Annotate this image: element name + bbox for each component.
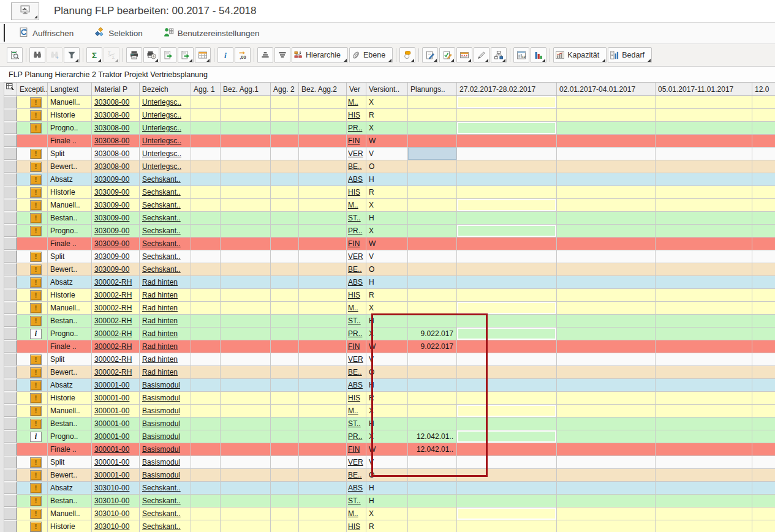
auffrischen-button[interactable]: Auffrischen: [16, 24, 76, 42]
period-4-cell[interactable]: [752, 263, 775, 276]
bezeichnung-link[interactable]: Unterlegsc..: [142, 111, 181, 119]
row-selector[interactable]: [4, 263, 17, 276]
dropdown-corner-icon[interactable]: [115, 59, 118, 62]
period-1-cell[interactable]: [457, 263, 557, 276]
period-2-cell[interactable]: [557, 109, 656, 122]
planungs-cell[interactable]: [408, 212, 457, 225]
filter-button[interactable]: [64, 47, 80, 63]
planungs-cell[interactable]: [408, 263, 457, 276]
period-3-cell[interactable]: [656, 443, 752, 456]
decimal-places-button[interactable]: ,00: [235, 47, 251, 63]
material-link[interactable]: 303009-00: [94, 175, 129, 184]
exception-warning-icon[interactable]: !: [30, 470, 42, 481]
version-link[interactable]: PR..: [348, 432, 362, 441]
period-4-cell[interactable]: [752, 225, 775, 238]
dropdown-corner-icon[interactable]: [155, 59, 158, 62]
column-header-agg2[interactable]: Agg. 2: [271, 82, 299, 96]
period-2-cell[interactable]: [557, 328, 656, 340]
period-4-cell[interactable]: [752, 135, 775, 148]
version-link[interactable]: PR..: [348, 227, 362, 235]
period-1-cell[interactable]: [457, 353, 557, 366]
column-header-bezeich[interactable]: Bezeich: [140, 82, 191, 96]
period-4-cell[interactable]: [752, 160, 775, 173]
bezeichnung-link[interactable]: Sechskant..: [142, 239, 181, 248]
highlight-button[interactable]: [399, 47, 415, 63]
exception-warning-icon[interactable]: !: [30, 367, 42, 378]
material-link[interactable]: 300002-RH: [94, 291, 132, 299]
period-2-cell[interactable]: [557, 96, 656, 109]
row-selector[interactable]: [4, 328, 17, 340]
period-1-cell[interactable]: [457, 250, 557, 263]
period-1-cell[interactable]: [457, 379, 557, 392]
edit-button[interactable]: [422, 47, 438, 63]
row-selector[interactable]: [4, 469, 17, 482]
version-link[interactable]: ABS: [348, 484, 363, 492]
pencil-edit-button[interactable]: [474, 47, 490, 63]
bezeichnung-link[interactable]: Rad hinten: [142, 291, 178, 299]
exception-warning-icon[interactable]: !: [30, 110, 42, 121]
period-4-cell[interactable]: [752, 443, 775, 456]
column-header-bezagg2[interactable]: Bez. Agg.2: [299, 82, 347, 96]
row-selector[interactable]: [4, 353, 17, 366]
period-4-cell[interactable]: [752, 186, 775, 199]
version-link[interactable]: BE..: [348, 471, 362, 479]
bezeichnung-link[interactable]: Sechskant..: [142, 188, 181, 197]
exception-warning-icon[interactable]: !: [30, 226, 42, 236]
chart-display-button[interactable]: [531, 47, 546, 63]
period-2-cell[interactable]: [557, 456, 656, 469]
period-2-cell[interactable]: [557, 199, 656, 212]
dropdown-corner-icon[interactable]: [434, 59, 437, 62]
exception-warning-icon[interactable]: !: [30, 354, 42, 365]
version-link[interactable]: ABS: [348, 278, 363, 287]
column-header-bezagg1[interactable]: Bez. Agg.1: [221, 82, 271, 96]
exception-warning-icon[interactable]: !: [30, 200, 42, 211]
period-4-cell[interactable]: [752, 96, 775, 109]
material-link[interactable]: 300001-00: [94, 394, 129, 402]
period-2-cell[interactable]: [557, 135, 656, 148]
planungs-cell[interactable]: [408, 418, 457, 430]
column-header-langtext[interactable]: Langtext: [48, 82, 92, 96]
period-3-cell[interactable]: [656, 173, 752, 186]
period-4-cell[interactable]: [752, 148, 775, 160]
hierarchie-button[interactable]: Hierarchie: [292, 47, 348, 63]
period-2-cell[interactable]: [557, 148, 656, 160]
version-link[interactable]: HIS: [348, 291, 360, 299]
material-link[interactable]: 303008-00: [94, 111, 129, 119]
period-4-cell[interactable]: [752, 353, 775, 366]
exception-warning-icon[interactable]: !: [30, 393, 42, 403]
period-3-cell[interactable]: [656, 366, 752, 379]
version-link[interactable]: FIN: [348, 239, 360, 248]
period-2-cell[interactable]: [557, 302, 656, 315]
period-1-cell[interactable]: [457, 186, 557, 199]
period-4-cell[interactable]: [752, 340, 775, 353]
material-link[interactable]: 303008-00: [94, 137, 129, 145]
version-link[interactable]: BE..: [348, 265, 362, 274]
period-3-cell[interactable]: [656, 392, 752, 405]
planungs-cell[interactable]: [408, 109, 457, 122]
bezeichnung-link[interactable]: Sechskant..: [142, 484, 181, 492]
period-2-cell[interactable]: [557, 225, 656, 238]
column-header-d1[interactable]: 27.02.2017-28.02.2017: [457, 82, 557, 96]
period-2-cell[interactable]: [557, 418, 656, 430]
dropdown-corner-icon[interactable]: [468, 59, 471, 62]
bezeichnung-link[interactable]: Unterlegsc..: [142, 162, 181, 171]
period-1-cell[interactable]: [457, 482, 557, 495]
exception-warning-icon[interactable]: !: [30, 419, 42, 429]
exception-warning-icon[interactable]: !: [30, 406, 42, 416]
period-4-cell[interactable]: [752, 212, 775, 225]
exception-warning-icon[interactable]: !: [30, 380, 42, 391]
exception-warning-icon[interactable]: !: [30, 213, 42, 223]
row-selector[interactable]: [4, 250, 17, 263]
column-header-planungs[interactable]: Planungs..: [408, 82, 457, 96]
bezeichnung-link[interactable]: Sechskant..: [142, 252, 181, 261]
row-selector[interactable]: [4, 495, 17, 508]
planungs-cell[interactable]: [408, 315, 457, 328]
period-2-cell[interactable]: [557, 212, 656, 225]
material-link[interactable]: 303010-00: [94, 509, 129, 518]
row-selector[interactable]: [4, 508, 17, 520]
bezeichnung-link[interactable]: Basismodul: [142, 445, 180, 454]
version-link[interactable]: HIS: [348, 111, 360, 119]
planungs-cell[interactable]: [408, 405, 457, 418]
table-details-button[interactable]: [7, 47, 23, 63]
planungs-cell[interactable]: [408, 135, 457, 148]
